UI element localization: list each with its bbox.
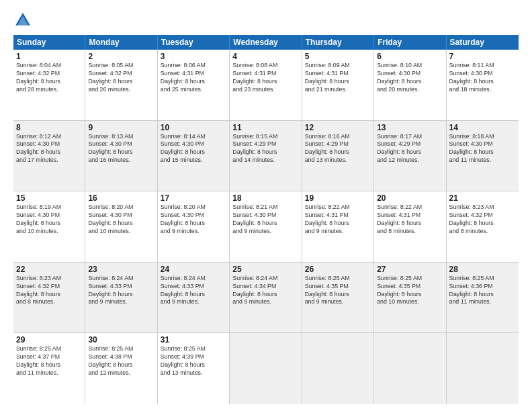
day-number: 12 [305, 123, 371, 132]
day-number: 5 [305, 52, 371, 61]
day-cell-8: 8Sunrise: 8:12 AM Sunset: 4:30 PM Daylig… [13, 121, 85, 191]
day-info: Sunrise: 8:24 AM Sunset: 4:33 PM Dayligh… [161, 275, 226, 307]
day-info: Sunrise: 8:21 AM Sunset: 4:30 PM Dayligh… [232, 203, 298, 236]
day-number: 21 [449, 193, 516, 203]
day-number: 14 [449, 123, 516, 132]
day-number: 4 [232, 52, 298, 61]
day-number: 20 [377, 193, 443, 203]
day-info: Sunrise: 8:15 AM Sunset: 4:29 PM Dayligh… [232, 133, 298, 165]
day-info: Sunrise: 8:04 AM Sunset: 4:32 PM Dayligh… [16, 62, 82, 94]
day-number: 24 [161, 265, 226, 274]
day-number: 25 [232, 265, 298, 274]
logo [13, 11, 34, 30]
week-row-2: 8Sunrise: 8:12 AM Sunset: 4:30 PM Daylig… [13, 121, 519, 192]
day-info: Sunrise: 8:18 AM Sunset: 4:30 PM Dayligh… [449, 133, 516, 165]
day-info: Sunrise: 8:25 AM Sunset: 4:37 PM Dayligh… [16, 345, 82, 377]
day-number: 19 [305, 193, 371, 203]
header-day-wednesday: Wednesday [230, 35, 302, 50]
day-cell-3: 3Sunrise: 8:06 AM Sunset: 4:31 PM Daylig… [158, 50, 230, 120]
header-day-friday: Friday [374, 35, 446, 50]
day-cell-20: 20Sunrise: 8:22 AM Sunset: 4:31 PM Dayli… [374, 191, 446, 262]
day-cell-27: 27Sunrise: 8:25 AM Sunset: 4:35 PM Dayli… [374, 263, 446, 333]
day-cell-30: 30Sunrise: 8:25 AM Sunset: 4:38 PM Dayli… [85, 333, 157, 404]
day-cell-12: 12Sunrise: 8:16 AM Sunset: 4:29 PM Dayli… [302, 121, 374, 191]
day-cell-15: 15Sunrise: 8:19 AM Sunset: 4:30 PM Dayli… [13, 191, 85, 262]
empty-cell [447, 333, 519, 404]
day-number: 17 [161, 193, 226, 203]
week-row-5: 29Sunrise: 8:25 AM Sunset: 4:37 PM Dayli… [13, 333, 519, 404]
day-number: 26 [305, 265, 371, 274]
header-day-sunday: Sunday [13, 35, 85, 50]
day-number: 10 [161, 123, 226, 132]
day-info: Sunrise: 8:06 AM Sunset: 4:31 PM Dayligh… [161, 62, 226, 94]
day-info: Sunrise: 8:25 AM Sunset: 4:35 PM Dayligh… [377, 275, 443, 307]
day-info: Sunrise: 8:10 AM Sunset: 4:30 PM Dayligh… [377, 62, 443, 94]
day-info: Sunrise: 8:25 AM Sunset: 4:38 PM Dayligh… [88, 345, 154, 377]
day-cell-13: 13Sunrise: 8:17 AM Sunset: 4:29 PM Dayli… [374, 121, 446, 191]
week-row-4: 22Sunrise: 8:23 AM Sunset: 4:32 PM Dayli… [13, 263, 519, 334]
day-info: Sunrise: 8:17 AM Sunset: 4:29 PM Dayligh… [377, 133, 443, 165]
week-row-3: 15Sunrise: 8:19 AM Sunset: 4:30 PM Dayli… [13, 191, 519, 263]
week-row-1: 1Sunrise: 8:04 AM Sunset: 4:32 PM Daylig… [13, 50, 519, 121]
header-day-monday: Monday [85, 35, 157, 50]
day-info: Sunrise: 8:22 AM Sunset: 4:31 PM Dayligh… [377, 203, 443, 236]
day-number: 29 [16, 335, 82, 345]
logo-icon [13, 11, 32, 30]
header-day-saturday: Saturday [447, 35, 519, 50]
day-cell-29: 29Sunrise: 8:25 AM Sunset: 4:37 PM Dayli… [13, 333, 85, 404]
day-info: Sunrise: 8:20 AM Sunset: 4:30 PM Dayligh… [161, 203, 226, 236]
day-number: 28 [449, 265, 516, 274]
calendar: SundayMondayTuesdayWednesdayThursdayFrid… [13, 35, 519, 404]
day-cell-5: 5Sunrise: 8:09 AM Sunset: 4:31 PM Daylig… [302, 50, 374, 120]
empty-cell [374, 333, 446, 404]
day-info: Sunrise: 8:25 AM Sunset: 4:39 PM Dayligh… [161, 345, 226, 377]
day-cell-2: 2Sunrise: 8:05 AM Sunset: 4:32 PM Daylig… [85, 50, 157, 120]
day-info: Sunrise: 8:20 AM Sunset: 4:30 PM Dayligh… [88, 203, 154, 236]
day-info: Sunrise: 8:12 AM Sunset: 4:30 PM Dayligh… [16, 133, 82, 165]
day-info: Sunrise: 8:13 AM Sunset: 4:30 PM Dayligh… [88, 133, 154, 165]
day-number: 6 [377, 52, 443, 61]
day-cell-19: 19Sunrise: 8:22 AM Sunset: 4:31 PM Dayli… [302, 191, 374, 262]
day-cell-28: 28Sunrise: 8:25 AM Sunset: 4:36 PM Dayli… [447, 263, 519, 333]
day-cell-21: 21Sunrise: 8:23 AM Sunset: 4:32 PM Dayli… [447, 191, 519, 262]
day-number: 31 [161, 335, 226, 345]
day-cell-9: 9Sunrise: 8:13 AM Sunset: 4:30 PM Daylig… [85, 121, 157, 191]
day-info: Sunrise: 8:11 AM Sunset: 4:30 PM Dayligh… [449, 62, 516, 94]
day-cell-10: 10Sunrise: 8:14 AM Sunset: 4:30 PM Dayli… [158, 121, 230, 191]
day-number: 7 [449, 52, 516, 61]
day-info: Sunrise: 8:23 AM Sunset: 4:32 PM Dayligh… [449, 203, 516, 236]
day-cell-17: 17Sunrise: 8:20 AM Sunset: 4:30 PM Dayli… [158, 191, 230, 262]
day-info: Sunrise: 8:24 AM Sunset: 4:34 PM Dayligh… [232, 275, 298, 307]
day-info: Sunrise: 8:19 AM Sunset: 4:30 PM Dayligh… [16, 203, 82, 236]
header-day-tuesday: Tuesday [158, 35, 230, 50]
day-cell-24: 24Sunrise: 8:24 AM Sunset: 4:33 PM Dayli… [158, 263, 230, 333]
page: SundayMondayTuesdayWednesdayThursdayFrid… [0, 0, 532, 411]
day-cell-4: 4Sunrise: 8:08 AM Sunset: 4:31 PM Daylig… [230, 50, 302, 120]
day-number: 1 [16, 52, 82, 61]
day-number: 27 [377, 265, 443, 274]
day-number: 15 [16, 193, 82, 203]
day-info: Sunrise: 8:25 AM Sunset: 4:35 PM Dayligh… [305, 275, 371, 307]
day-cell-11: 11Sunrise: 8:15 AM Sunset: 4:29 PM Dayli… [230, 121, 302, 191]
calendar-header: SundayMondayTuesdayWednesdayThursdayFrid… [13, 35, 519, 50]
day-cell-23: 23Sunrise: 8:24 AM Sunset: 4:33 PM Dayli… [85, 263, 157, 333]
day-number: 16 [88, 193, 154, 203]
day-number: 2 [88, 52, 154, 61]
empty-cell [302, 333, 374, 404]
day-info: Sunrise: 8:23 AM Sunset: 4:32 PM Dayligh… [16, 275, 82, 307]
day-number: 11 [232, 123, 298, 132]
day-info: Sunrise: 8:16 AM Sunset: 4:29 PM Dayligh… [305, 133, 371, 165]
day-info: Sunrise: 8:25 AM Sunset: 4:36 PM Dayligh… [449, 275, 516, 307]
header [13, 11, 519, 30]
day-info: Sunrise: 8:05 AM Sunset: 4:32 PM Dayligh… [88, 62, 154, 94]
calendar-body: 1Sunrise: 8:04 AM Sunset: 4:32 PM Daylig… [13, 50, 519, 404]
day-number: 9 [88, 123, 154, 132]
day-cell-18: 18Sunrise: 8:21 AM Sunset: 4:30 PM Dayli… [230, 191, 302, 262]
day-info: Sunrise: 8:14 AM Sunset: 4:30 PM Dayligh… [161, 133, 226, 165]
day-cell-7: 7Sunrise: 8:11 AM Sunset: 4:30 PM Daylig… [447, 50, 519, 120]
day-info: Sunrise: 8:08 AM Sunset: 4:31 PM Dayligh… [232, 62, 298, 94]
day-number: 13 [377, 123, 443, 132]
day-cell-6: 6Sunrise: 8:10 AM Sunset: 4:30 PM Daylig… [374, 50, 446, 120]
day-number: 30 [88, 335, 154, 345]
day-cell-25: 25Sunrise: 8:24 AM Sunset: 4:34 PM Dayli… [230, 263, 302, 333]
